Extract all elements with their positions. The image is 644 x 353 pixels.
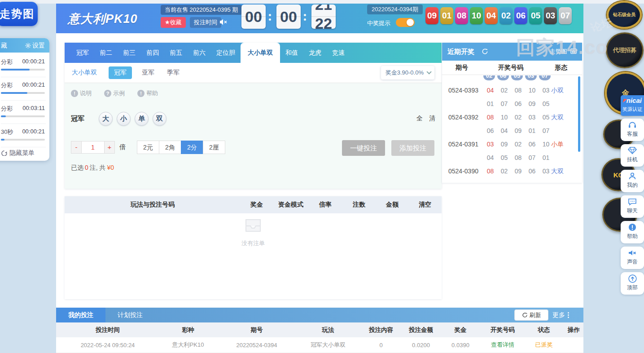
refresh-button[interactable]: 刷新 bbox=[514, 309, 548, 321]
help-link-说明[interactable]: !说明 bbox=[71, 89, 92, 97]
hide-menu-button[interactable]: 隐藏菜单 bbox=[1, 149, 35, 157]
more-dots-icon[interactable] bbox=[568, 311, 570, 319]
rail-button-声音[interactable]: 声音 bbox=[621, 247, 644, 269]
more-link[interactable]: 更多 bbox=[552, 308, 565, 322]
multiplier-plus-button[interactable]: + bbox=[104, 141, 115, 154]
draw-number: 02 bbox=[497, 84, 511, 97]
timer-colon bbox=[269, 12, 272, 23]
game-tab-大小单双[interactable]: 大小单双 bbox=[241, 43, 280, 63]
selection-summary: 已选0注, 共¥0 bbox=[71, 164, 115, 172]
bet-option-单[interactable]: 单 bbox=[135, 112, 149, 126]
divider bbox=[1, 77, 46, 77]
bet-option-双[interactable]: 双 bbox=[153, 112, 166, 126]
bet-time-button[interactable]: 投注时间 bbox=[190, 17, 221, 28]
unit-button-2分[interactable]: 2分 bbox=[181, 141, 203, 154]
my-bets-column-header: 投注内容 bbox=[359, 326, 403, 334]
sub-tab-冠军[interactable]: 冠军 bbox=[109, 66, 132, 79]
rail-button-我的[interactable]: 我的 bbox=[621, 170, 644, 192]
game-tab-冠军[interactable]: 冠军 bbox=[71, 43, 94, 63]
multiplier-input[interactable] bbox=[82, 141, 104, 154]
unit-button-2厘[interactable]: 2厘 bbox=[203, 141, 225, 154]
my-bets-bar: 我的投注计划投注 刷新 更多 bbox=[56, 308, 583, 322]
rail-button-label: 声音 bbox=[621, 258, 644, 266]
draw-balls: 09010810040206050307 bbox=[425, 7, 572, 24]
top-strip bbox=[0, 0, 644, 4]
favorites-label[interactable]: 藏 bbox=[1, 38, 7, 53]
option-row-label: 冠军 bbox=[71, 115, 84, 123]
badge-agent-recruit[interactable]: 代理招募 bbox=[606, 32, 644, 68]
bet-option-大[interactable]: 大 bbox=[99, 112, 113, 126]
prize-source-cert[interactable]: ◤nicai 奖源认证 bbox=[621, 95, 644, 116]
lottery-ball: 06 bbox=[514, 7, 527, 24]
game-tab-前六[interactable]: 前六 bbox=[188, 43, 211, 63]
clear-selection-button[interactable]: 清 bbox=[429, 115, 435, 123]
sub-group-label[interactable]: 大小单双 bbox=[72, 69, 97, 77]
cert-label: 奖源认证 bbox=[621, 106, 644, 112]
draw-number-pill: 07 bbox=[539, 75, 551, 80]
site-logo: 意大利PK10 bbox=[68, 11, 138, 27]
rail-button-挂机[interactable]: 挂机 bbox=[621, 144, 644, 167]
my-bets-column-header: 开奖号码 bbox=[482, 326, 524, 334]
sub-tab-季军[interactable]: 季军 bbox=[167, 69, 180, 77]
multiplier-minus-button[interactable]: - bbox=[71, 141, 82, 154]
help-link-帮助[interactable]: !帮助 bbox=[137, 89, 158, 97]
draw-numbers: 0810020305 bbox=[483, 110, 553, 124]
bet-prize: 0.0390 bbox=[439, 342, 482, 349]
my-bets-table-header: 投注时间彩种期号玩法投注内容投注金额奖金开奖号码状态操作 bbox=[56, 322, 583, 337]
draw-number: 02 bbox=[511, 137, 525, 151]
badge-diamond-member[interactable]: 钻石级会员 bbox=[607, 1, 642, 29]
my-bets-tab-我的投注[interactable]: 我的投注 bbox=[56, 308, 105, 322]
rail-button-聊天[interactable]: 聊天 bbox=[621, 195, 644, 218]
draw-number: 05 bbox=[497, 151, 511, 164]
timer-progress-track bbox=[1, 139, 45, 141]
bet-option-小[interactable]: 小 bbox=[117, 112, 131, 126]
my-bets-tab-计划投注[interactable]: 计划投注 bbox=[105, 308, 155, 322]
settings-button[interactable]: 设置 bbox=[25, 38, 45, 53]
select-all-button[interactable]: 全 bbox=[416, 115, 423, 123]
unit-button-2元[interactable]: 2元 bbox=[137, 141, 159, 154]
bonus-dropdown[interactable]: 奖金3.90-0.0% bbox=[381, 66, 434, 79]
sub-tab-亚军[interactable]: 亚军 bbox=[142, 69, 154, 77]
slip-column-header: 清空 bbox=[408, 201, 442, 209]
add-bet-button[interactable]: 添加投注 bbox=[391, 140, 434, 156]
game-tab-前二[interactable]: 前二 bbox=[94, 43, 118, 63]
draw-number: 01 bbox=[539, 151, 553, 164]
favorite-button[interactable]: ★收藏 bbox=[161, 17, 186, 28]
rail-button-帮助[interactable]: 帮助 bbox=[621, 221, 644, 243]
recent-draws-body: 0206050307 0524-039304020810030107060905… bbox=[442, 75, 582, 183]
timer-countdown: 00:00:21 bbox=[22, 58, 45, 65]
draw-pattern: 大双 bbox=[543, 110, 571, 124]
help-link-示例[interactable]: ?示例 bbox=[104, 89, 125, 97]
recent-draws-panel: 近期开奖 走势图 期号开奖号码形态 0206050307 0524-039304… bbox=[442, 43, 582, 183]
game-tab-前三[interactable]: 前三 bbox=[118, 43, 141, 63]
mute-icon[interactable] bbox=[219, 18, 228, 26]
trend-chart-logo[interactable]: 走势图 bbox=[0, 2, 38, 26]
refresh-icon[interactable] bbox=[482, 48, 488, 55]
bet-lottery: 意大利PK10 bbox=[159, 341, 217, 349]
game-tab-前四[interactable]: 前四 bbox=[141, 43, 164, 63]
my-bets-column-header: 投注时间 bbox=[56, 326, 159, 334]
timer-label: 30秒 bbox=[1, 128, 13, 136]
trend-chart-link[interactable]: 走势图 bbox=[549, 43, 577, 61]
win-tip-toggle[interactable] bbox=[396, 18, 415, 27]
rail-button-顶部[interactable]: 顶部 bbox=[621, 272, 644, 295]
quick-bet-button[interactable]: 一键投注 bbox=[342, 140, 385, 156]
game-tab-竞速[interactable]: 竞速 bbox=[327, 43, 350, 63]
draw-number: 02 bbox=[511, 110, 525, 124]
game-tab-和值[interactable]: 和值 bbox=[280, 43, 303, 63]
unit-button-2角[interactable]: 2角 bbox=[159, 141, 181, 154]
draw-number: 09 bbox=[511, 124, 525, 137]
last-issue-label: 20220524-0394期 bbox=[367, 4, 423, 14]
divider bbox=[1, 147, 46, 147]
draw-number: 01 bbox=[483, 97, 497, 110]
game-tab-前五[interactable]: 前五 bbox=[164, 43, 188, 63]
scrollbar-thumb[interactable] bbox=[578, 76, 580, 152]
rail-button-客服[interactable]: 客服 bbox=[621, 119, 644, 141]
draw-detail-link[interactable]: 查看详情 bbox=[482, 341, 524, 349]
game-tab-龙虎[interactable]: 龙虎 bbox=[303, 43, 327, 63]
game-tab-定位胆[interactable]: 定位胆 bbox=[211, 43, 241, 63]
timer-progress-track bbox=[1, 69, 45, 71]
draw-number: 08 bbox=[511, 151, 525, 164]
rail-button-label: 顶部 bbox=[621, 283, 644, 291]
draw-issue: 0524-0390 bbox=[448, 164, 478, 178]
